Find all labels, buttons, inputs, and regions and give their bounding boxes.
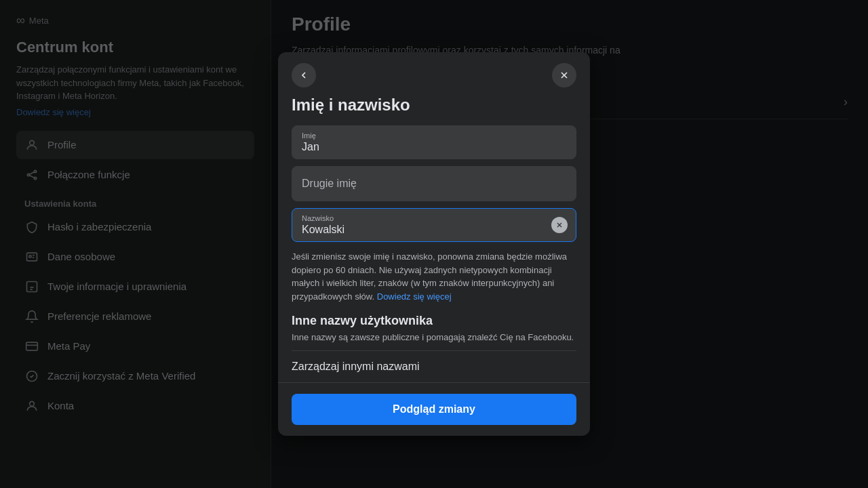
modal-footer: Podgląd zmiany [278,382,590,436]
manage-names-button[interactable]: Zarządzaj innymi nazwami [292,350,576,382]
other-names-title: Inne nazwy użytkownika [292,314,576,328]
manage-names-label: Zarządzaj innymi nazwami [292,361,420,373]
last-name-label: Nazwisko [302,214,546,222]
first-name-wrapper: Imię [292,125,576,159]
other-names-section: Inne nazwy użytkownika Inne nazwy są zaw… [292,314,576,382]
modal-overlay[interactable]: Imię i nazwisko Imię Nazwisko [0,0,868,488]
modal-title: Imię i nazwisko [278,87,590,125]
other-names-subtitle: Inne nazwy są zawsze publiczne i pomagaj… [292,332,576,342]
last-name-group: Nazwisko [292,208,576,242]
last-name-clear-button[interactable] [551,217,568,233]
last-name-input[interactable] [302,224,546,236]
modal-close-button[interactable] [552,63,576,87]
last-name-wrapper: Nazwisko [292,208,576,242]
name-info-text: Jeśli zmienisz swoje imię i nazwisko, po… [292,250,576,303]
middle-name-wrapper [292,166,576,201]
first-name-input[interactable] [302,141,566,153]
submit-button[interactable]: Podgląd zmiany [292,394,576,425]
first-name-group: Imię [292,125,576,159]
info-learn-more-link[interactable]: Dowiedz się więcej [377,291,452,302]
modal: Imię i nazwisko Imię Nazwisko [278,52,590,436]
middle-name-input[interactable] [302,172,566,195]
modal-body: Imię Nazwisko [278,125,590,382]
middle-name-group [292,166,576,201]
first-name-label: Imię [302,131,566,140]
modal-back-button[interactable] [292,63,316,87]
modal-header [278,52,590,87]
